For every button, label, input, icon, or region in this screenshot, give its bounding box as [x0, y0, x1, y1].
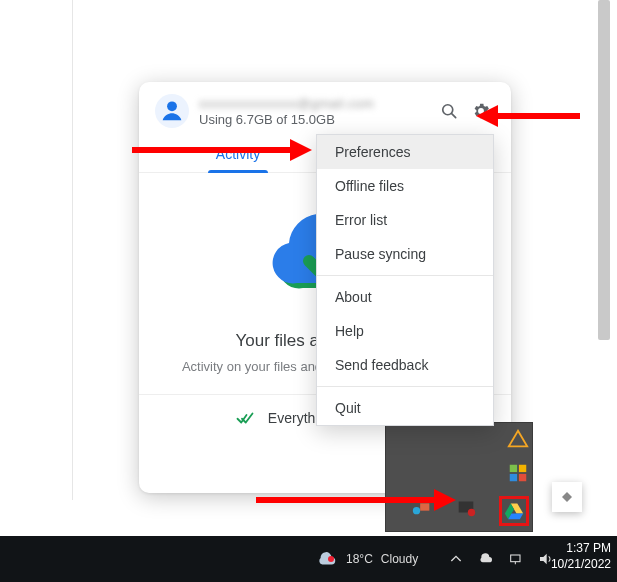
network-icon — [508, 551, 524, 567]
account-info: xxxxxxxxxxxxxx@gmail.com Using 6.7GB of … — [199, 96, 433, 127]
svg-line-2 — [452, 114, 456, 118]
svg-rect-16 — [511, 555, 520, 562]
menu-send-feedback[interactable]: Send feedback — [317, 348, 493, 382]
avatar[interactable] — [155, 94, 189, 128]
notification-dot — [328, 556, 334, 562]
annotation-arrow-gear — [476, 104, 580, 128]
search-button[interactable] — [433, 95, 465, 127]
menu-separator — [317, 275, 493, 276]
annotation-arrow-tray — [256, 488, 456, 512]
svg-rect-6 — [510, 474, 517, 481]
taskbar-weather[interactable]: 18°C Cloudy — [316, 536, 418, 582]
window-grip[interactable] — [552, 482, 582, 512]
weather-cloud-icon — [316, 548, 338, 570]
onedrive-tray[interactable] — [478, 551, 494, 567]
page-rule — [72, 0, 73, 500]
windows-taskbar[interactable]: 18°C Cloudy 1:37 PM 10/21/2022 — [0, 536, 617, 582]
clock-date: 10/21/2022 — [551, 556, 611, 572]
network-tray[interactable] — [508, 551, 524, 567]
settings-menu: Preferences Offline files Error list Pau… — [316, 134, 494, 426]
storage-usage: Using 6.7GB of 15.0GB — [199, 112, 433, 127]
svg-point-0 — [167, 101, 177, 111]
google-drive-icon — [504, 501, 524, 521]
menu-about[interactable]: About — [317, 280, 493, 314]
triangle-icon — [507, 428, 529, 450]
menu-separator — [317, 386, 493, 387]
menu-error-list[interactable]: Error list — [317, 203, 493, 237]
user-icon — [158, 97, 186, 125]
annotation-arrow-preferences — [132, 138, 312, 162]
tray-security-icon[interactable] — [507, 462, 529, 484]
menu-quit[interactable]: Quit — [317, 391, 493, 425]
grip-icon — [560, 490, 574, 504]
windows-security-icon — [507, 462, 529, 484]
tray-app-icon-4[interactable] — [455, 496, 477, 518]
tray-chevron[interactable] — [448, 551, 464, 567]
menu-help[interactable]: Help — [317, 314, 493, 348]
svg-marker-15 — [562, 492, 572, 502]
tray-drive-icon-highlighted[interactable] — [499, 496, 529, 526]
svg-point-11 — [468, 509, 475, 516]
menu-preferences[interactable]: Preferences — [317, 135, 493, 169]
menu-pause-syncing[interactable]: Pause syncing — [317, 237, 493, 271]
svg-marker-3 — [509, 431, 527, 447]
panel-header: xxxxxxxxxxxxxx@gmail.com Using 6.7GB of … — [139, 82, 511, 136]
scrollbar[interactable] — [598, 0, 610, 340]
svg-marker-18 — [540, 554, 547, 565]
double-check-icon — [236, 409, 254, 427]
svg-rect-4 — [510, 465, 517, 472]
search-icon — [439, 101, 459, 121]
svg-rect-7 — [519, 474, 526, 481]
account-email: xxxxxxxxxxxxxx@gmail.com — [199, 96, 433, 111]
menu-offline-files[interactable]: Offline files — [317, 169, 493, 203]
taskbar-clock[interactable]: 1:37 PM 10/21/2022 — [551, 540, 611, 572]
tray-app-icon-1[interactable] — [507, 428, 529, 450]
cloud-icon — [478, 551, 494, 567]
svg-rect-5 — [519, 465, 526, 472]
weather-condition: Cloudy — [381, 552, 418, 566]
clock-time: 1:37 PM — [551, 540, 611, 556]
system-tray-flyout — [385, 422, 533, 532]
weather-temp: 18°C — [346, 552, 373, 566]
taskbar-status-icons — [448, 536, 554, 582]
generic-tray-icon — [455, 496, 477, 518]
chevron-up-icon — [448, 551, 464, 567]
